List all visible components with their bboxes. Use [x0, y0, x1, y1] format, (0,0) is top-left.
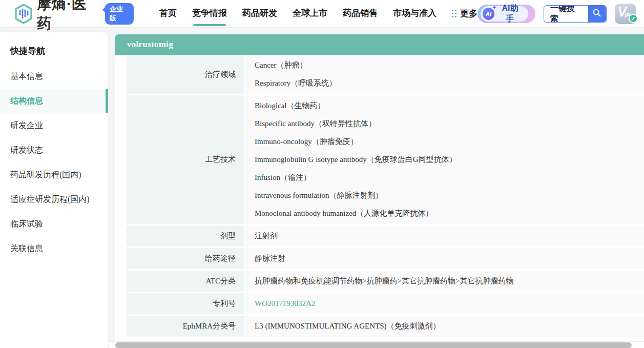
sidebar-item-7[interactable]: 关联信息 [0, 236, 108, 261]
vip-check-icon: ✓ [629, 14, 638, 23]
nav-more[interactable]: 更多 [452, 0, 477, 28]
nav-item-2[interactable]: 药品研发 [242, 0, 277, 28]
nav-item-4[interactable]: 药品销售 [343, 0, 378, 28]
sidebar-title: 快捷导航 [0, 32, 108, 64]
row-values: 静脉注射 [246, 248, 644, 269]
row-values: Cancer（肿瘤）Respiratory（呼吸系统） [246, 55, 644, 94]
apps-grid-icon [452, 10, 457, 18]
nav-item-5[interactable]: 市场与准入 [393, 0, 437, 28]
sidebar-item-4[interactable]: 药品研发历程(国内) [0, 162, 108, 187]
row-values: 注射剂 [246, 226, 644, 247]
table-row-3: 给药途径静脉注射 [127, 248, 644, 269]
ai-assistant-label: AI助手 [498, 3, 522, 25]
ai-logo-icon: AI ✦ [483, 8, 494, 20]
row-label: EphMRA分类号 [127, 316, 244, 337]
nav-item-3[interactable]: 全球上市 [293, 0, 327, 28]
row-label: 剂型 [127, 226, 244, 247]
quick-search[interactable]: 一键搜索 [544, 5, 607, 23]
value-line: Cancer（肿瘤） [255, 56, 639, 74]
sparkle-icon: ✦ [492, 5, 496, 10]
nav-item-0[interactable]: 首页 [159, 0, 177, 28]
logo-text: 摩熵·医药 [37, 0, 100, 33]
table-row-6: EphMRA分类号L3 (IMMUNOSTIMULATING AGENTS)（免… [127, 316, 644, 337]
drug-detail-main: volrustomig 治疗领域Cancer（肿瘤）Respiratory（呼吸… [115, 34, 644, 341]
row-label: ATC分类 [127, 271, 244, 292]
row-label: 专利号 [127, 293, 244, 314]
value-line: Intravenous formulation（静脉注射剂） [255, 187, 639, 204]
sidebar-item-6[interactable]: 临床试验 [0, 212, 108, 236]
patent-link[interactable]: WO2017193032A2 [255, 295, 639, 313]
horizontal-scrollbar[interactable] [109, 341, 644, 348]
value-line: Infusion（输注） [255, 169, 639, 187]
table-row-0: 治疗领域Cancer（肿瘤）Respiratory（呼吸系统） [127, 55, 644, 94]
nav-item-1[interactable]: 竞争情报 [192, 0, 227, 28]
nav-menu: 首页竞争情报药品研发全球上市药品销售市场与准入 [159, 0, 437, 28]
quick-search-label: 一键搜索 [544, 5, 588, 23]
horizontal-scrollbar-thumb[interactable] [115, 342, 632, 348]
row-values: WO2017193032A2 [246, 293, 644, 314]
table-row-2: 剂型注射剂 [127, 226, 644, 247]
row-values: L3 (IMMUNOSTIMULATING AGENTS)（免疫刺激剂） [246, 316, 644, 337]
enterprise-badge: 企业版 [105, 3, 134, 25]
app-logo[interactable]: 摩熵·医药 企业版 [14, 0, 134, 33]
row-values: Biological（生物药）Bispecific antibody（双特异性抗… [246, 95, 644, 224]
structure-info-table: 治疗领域Cancer（肿瘤）Respiratory（呼吸系统）工艺技术Biolo… [127, 55, 644, 337]
sidebar-item-3[interactable]: 研发状态 [0, 138, 108, 162]
value-line: Immuno-oncology（肿瘤免疫） [255, 133, 639, 151]
value-line: Monoclonal antibody humanized（人源化单克隆抗体） [255, 204, 639, 222]
row-values: 抗肿瘤药物和免疫机能调节药物>抗肿瘤药>其它抗肿瘤药物>其它抗肿瘤药物 [246, 271, 644, 292]
structure-info-panel: 治疗领域Cancer（肿瘤）Respiratory（呼吸系统）工艺技术Biolo… [115, 55, 644, 341]
top-navbar: 摩熵·医药 企业版 首页竞争情报药品研发全球上市药品销售市场与准入 更多 AI … [0, 0, 644, 28]
sidebar-item-2[interactable]: 研发企业 [0, 113, 108, 138]
logo-hexagon-icon [14, 4, 33, 24]
table-row-1: 工艺技术Biological（生物药）Bispecific antibody（双… [127, 95, 644, 224]
value-line: Biological（生物药） [255, 97, 639, 115]
search-icon [592, 8, 601, 19]
nav-more-label: 更多 [460, 8, 477, 19]
value-line: 抗肿瘤药物和免疫机能调节药物>抗肿瘤药>其它抗肿瘤药物>其它抗肿瘤药物 [255, 272, 639, 290]
table-row-5: 专利号WO2017193032A2 [127, 293, 644, 314]
value-line: L3 (IMMUNOSTIMULATING AGENTS)（免疫刺激剂） [255, 317, 639, 335]
ai-assistant-button[interactable]: AI ✦ AI助手 [477, 5, 535, 23]
value-line: 注射剂 [255, 227, 639, 245]
vip-badge[interactable]: V IP ✓ [615, 4, 636, 24]
value-line: Bispecific antibody（双特异性抗体） [255, 115, 639, 133]
search-button[interactable] [588, 5, 606, 23]
sidebar-items: 基本信息结构信息研发企业研发状态药品研发历程(国内)适应症研发历程(国内)临床试… [0, 64, 108, 261]
value-line: 静脉注射 [255, 250, 639, 268]
value-line: Immunoglobulin G isotype antibody（免疫球蛋白G… [255, 151, 639, 169]
row-label: 工艺技术 [127, 95, 244, 224]
sidebar-item-5[interactable]: 适应症研发历程(国内) [0, 187, 108, 212]
sidebar-item-1[interactable]: 结构信息 [0, 89, 108, 113]
row-label: 治疗领域 [127, 55, 244, 94]
quick-nav-sidebar: 快捷导航 基本信息结构信息研发企业研发状态药品研发历程(国内)适应症研发历程(国… [0, 32, 108, 348]
ai-assistant-inner: AI ✦ AI助手 [481, 6, 528, 22]
table-row-4: ATC分类抗肿瘤药物和免疫机能调节药物>抗肿瘤药>其它抗肿瘤药物>其它抗肿瘤药物 [127, 271, 644, 292]
row-label: 给药途径 [127, 248, 244, 269]
sidebar-item-0[interactable]: 基本信息 [0, 64, 108, 89]
value-line: Respiratory（呼吸系统） [255, 74, 639, 92]
drug-name-header: volrustomig [115, 34, 644, 55]
